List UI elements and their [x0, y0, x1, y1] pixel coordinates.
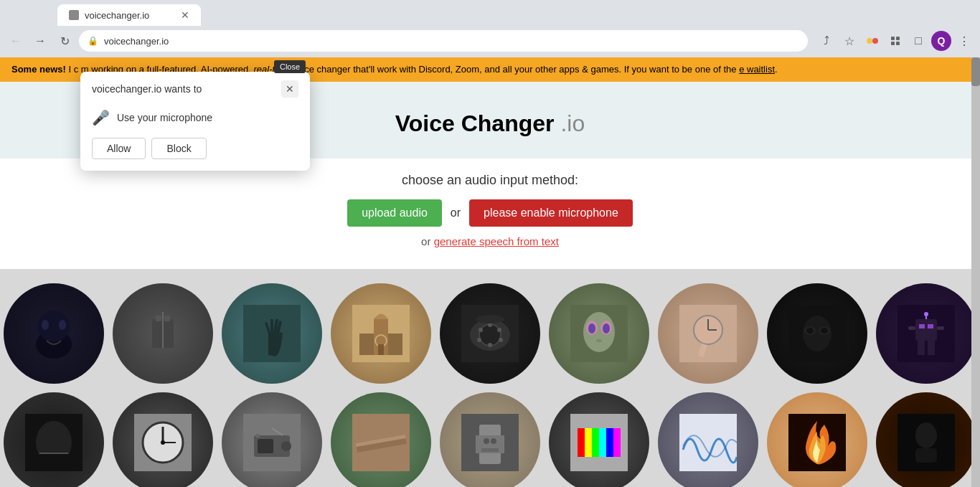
- reload-button[interactable]: ↻: [55, 31, 75, 51]
- svg-rect-3: [896, 37, 900, 40]
- forward-button[interactable]: →: [30, 31, 50, 51]
- close-tooltip: Close: [274, 60, 306, 73]
- scrollbar-thumb[interactable]: [971, 57, 980, 86]
- or-text-1: or: [451, 207, 461, 219]
- bookmark-button[interactable]: ☆: [839, 31, 859, 51]
- thumbnail-dark-figure[interactable]: [876, 392, 976, 487]
- allow-button[interactable]: Allow: [92, 138, 146, 159]
- hero-title-io: .io: [560, 110, 585, 136]
- dialog-permission-row: 🎤 Use your microphone: [80, 103, 310, 138]
- thumbnail-dark-alien[interactable]: [767, 283, 867, 384]
- thumbnails-section: [0, 269, 980, 487]
- dialog-close-button[interactable]: ✕ Close: [281, 80, 298, 98]
- thumbnail-cathedral[interactable]: [331, 283, 431, 384]
- back-button[interactable]: ←: [6, 31, 26, 51]
- svg-point-25: [499, 338, 503, 342]
- svg-point-78: [491, 438, 496, 444]
- svg-rect-84: [592, 428, 599, 457]
- thumbnail-masked-face[interactable]: [4, 392, 104, 487]
- thumbnail-wave-pattern[interactable]: [658, 392, 758, 487]
- thumbnail-dalek[interactable]: [440, 392, 540, 487]
- svg-point-1: [872, 38, 878, 44]
- svg-point-22: [479, 324, 501, 346]
- svg-point-9: [59, 320, 66, 330]
- thumbnail-creature[interactable]: [4, 283, 104, 384]
- svg-point-24: [497, 328, 501, 332]
- svg-point-0: [867, 38, 872, 44]
- thumbnail-tv-test-card[interactable]: [549, 392, 649, 487]
- thumbnail-clock[interactable]: [113, 392, 213, 487]
- thumbnail-melting-clock[interactable]: [658, 283, 758, 384]
- svg-point-28: [488, 343, 492, 347]
- extensions-button[interactable]: [885, 31, 905, 51]
- svg-rect-5: [896, 42, 900, 45]
- svg-rect-49: [919, 324, 925, 328]
- thumbnails-row-1: [14, 283, 966, 384]
- thumbnail-film-equipment[interactable]: [113, 283, 213, 384]
- svg-point-68: [281, 441, 291, 451]
- svg-point-45: [806, 328, 814, 334]
- generate-link-wrap: or generate speech from text: [0, 235, 980, 247]
- thumbnail-rotary-phone[interactable]: [440, 283, 540, 384]
- svg-rect-50: [928, 324, 933, 328]
- waitlist-link[interactable]: e waitlist: [739, 64, 775, 75]
- news-prefix: Some news!: [11, 64, 66, 75]
- svg-rect-85: [599, 428, 606, 457]
- hero-title-main: Voice Changer: [395, 110, 555, 136]
- choose-text: choose an audio input method:: [0, 173, 980, 188]
- svg-rect-67: [258, 439, 273, 453]
- svg-rect-69: [256, 434, 260, 438]
- toolbar-icons: ⤴ ☆: [816, 31, 974, 51]
- svg-rect-51: [908, 326, 915, 330]
- share-button[interactable]: ⤴: [816, 31, 837, 51]
- svg-rect-12: [164, 316, 170, 321]
- thumbnails-row-2: [14, 392, 966, 487]
- svg-point-56: [924, 312, 928, 316]
- thumbnail-alien[interactable]: [549, 283, 649, 384]
- dialog-actions: Allow Block: [80, 138, 310, 159]
- scrollbar-track[interactable]: [971, 57, 980, 487]
- svg-rect-86: [606, 428, 613, 457]
- svg-point-26: [479, 328, 483, 332]
- svg-rect-48: [915, 319, 937, 341]
- svg-point-8: [42, 320, 49, 330]
- address-bar-row: ← → ↻ 🔒 voicechanger.io ⤴ ☆: [0, 26, 980, 57]
- upload-audio-button[interactable]: upload audio: [347, 199, 442, 227]
- address-bar[interactable]: 🔒 voicechanger.io: [79, 30, 808, 52]
- browser-tab[interactable]: voicechanger.io ✕: [57, 4, 201, 26]
- dialog-title: voicechanger.io wants to: [92, 83, 202, 95]
- enable-microphone-button[interactable]: please enable microphone: [469, 199, 633, 227]
- svg-rect-83: [585, 428, 592, 457]
- tab-close-btn[interactable]: ✕: [181, 9, 189, 21]
- svg-point-35: [603, 323, 610, 334]
- permission-dialog: voicechanger.io wants to ✕ Close 🎤 Use y…: [80, 72, 310, 171]
- svg-rect-53: [918, 341, 925, 355]
- svg-point-64: [161, 440, 165, 445]
- svg-point-29: [476, 315, 504, 323]
- generate-speech-link[interactable]: generate speech from text: [434, 235, 559, 247]
- multicolor-icon[interactable]: [862, 31, 882, 51]
- svg-rect-54: [928, 341, 935, 355]
- profile-icon[interactable]: Q: [931, 31, 951, 51]
- svg-rect-92: [915, 448, 937, 463]
- thumbnail-radio[interactable]: [222, 392, 322, 487]
- close-icon: ✕: [286, 83, 294, 95]
- svg-point-36: [596, 339, 602, 342]
- svg-point-77: [484, 438, 489, 444]
- thumbnail-fire[interactable]: [767, 392, 867, 487]
- svg-rect-79: [481, 448, 499, 452]
- thumbnail-shadow-hand[interactable]: [222, 283, 322, 384]
- block-button[interactable]: Block: [151, 138, 206, 159]
- svg-point-34: [588, 323, 595, 334]
- svg-point-46: [821, 328, 828, 334]
- thumbnail-wooden-plank[interactable]: [331, 392, 431, 487]
- svg-rect-59: [39, 453, 68, 464]
- svg-point-27: [477, 338, 481, 342]
- svg-rect-82: [578, 428, 585, 457]
- thumbnail-robot[interactable]: [876, 283, 976, 384]
- tab-favicon: [69, 10, 79, 20]
- menu-button[interactable]: ⋮: [954, 31, 974, 51]
- dialog-header: voicechanger.io wants to ✕ Close: [80, 72, 310, 103]
- window-button[interactable]: □: [908, 31, 928, 51]
- svg-rect-87: [613, 428, 621, 457]
